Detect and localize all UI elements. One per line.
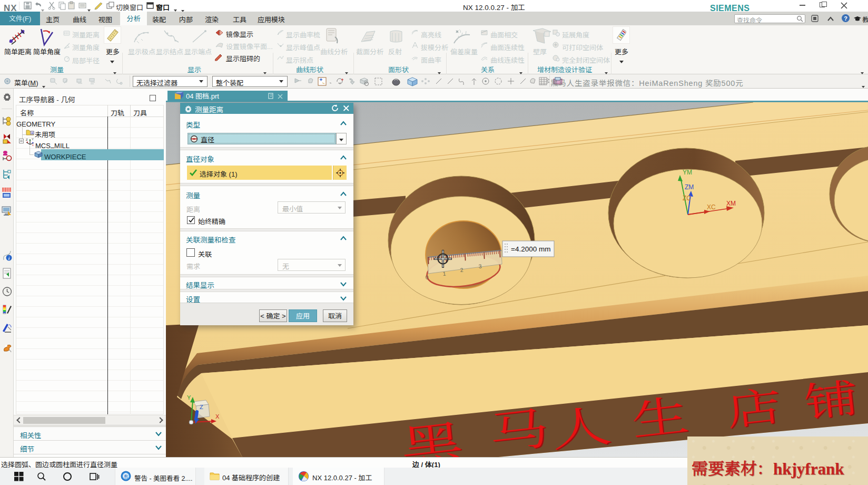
svg-text:店: 店 — [723, 373, 784, 436]
svg-text:3: 3 — [478, 263, 482, 269]
svg-text:XM: XM — [726, 198, 736, 207]
svg-text:0: 0 — [425, 274, 429, 280]
svg-text:生: 生 — [628, 381, 692, 448]
svg-text:=4.2000 mm: =4.2000 mm — [511, 245, 550, 253]
svg-text:XC: XC — [707, 202, 716, 211]
svg-text:ZM: ZM — [685, 182, 694, 191]
svg-text:04 图档.prt: 04 图档.prt — [186, 91, 219, 101]
svg-text:x: x — [32, 142, 34, 146]
svg-text:Z: Z — [26, 138, 28, 142]
svg-text:Z: Z — [200, 402, 203, 411]
svg-text:2: 2 — [460, 267, 463, 273]
svg-text:Y: Y — [32, 138, 34, 141]
svg-text:黑: 黑 — [397, 405, 466, 457]
svg-text:ZC: ZC — [683, 193, 691, 202]
svg-text:Y: Y — [187, 393, 191, 401]
svg-text:人: 人 — [547, 390, 614, 457]
svg-text:马: 马 — [485, 392, 552, 457]
svg-text:1: 1 — [442, 270, 446, 277]
svg-text:YM: YM — [683, 167, 692, 176]
svg-text:X: X — [215, 412, 220, 420]
svg-text:铺: 铺 — [801, 365, 861, 429]
svg-text:看: 看 — [123, 473, 128, 480]
